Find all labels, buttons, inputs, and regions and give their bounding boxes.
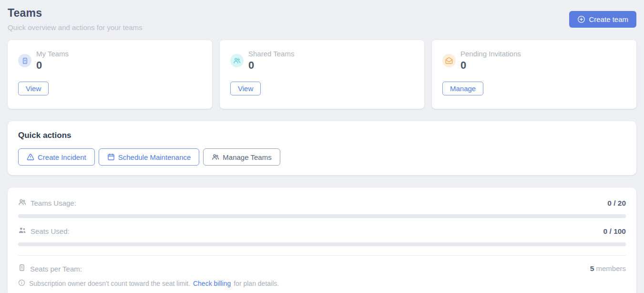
- stat-top: My Teams 0: [18, 50, 202, 72]
- pending-invitations-manage-button[interactable]: Manage: [442, 82, 483, 95]
- create-team-label: Create team: [589, 15, 628, 23]
- create-incident-label: Create Incident: [38, 153, 86, 161]
- shared-teams-view-button[interactable]: View: [230, 82, 261, 95]
- users-filled-icon: [18, 226, 26, 236]
- stat-value: 0: [248, 59, 294, 72]
- users-outline-icon: [18, 198, 26, 208]
- shared-teams-card: Shared Teams 0 View: [220, 40, 424, 109]
- note-text: Subscription owner doesn't count toward …: [29, 280, 279, 287]
- teams-page: Teams Quick overview and actions for you…: [0, 0, 644, 293]
- mail-open-icon: [442, 54, 456, 67]
- manage-teams-label: Manage Teams: [223, 153, 271, 161]
- users-icon: [230, 54, 244, 67]
- warning-triangle-icon: [27, 153, 34, 161]
- create-incident-button[interactable]: Create Incident: [18, 148, 95, 166]
- seats-used-row: Seats Used: 0 / 100: [18, 226, 626, 236]
- pending-invitations-card: Pending Invitations 0 Manage: [432, 40, 636, 109]
- seats-per-team-value-wrap: 5 members: [590, 264, 626, 273]
- check-billing-link[interactable]: Check billing: [193, 280, 231, 287]
- quick-actions-row: Create Incident Schedule Maintenance Man…: [18, 148, 626, 166]
- calendar-icon: [107, 153, 115, 161]
- my-teams-card: My Teams 0 View: [8, 40, 212, 109]
- seats-used-label: Seats Used:: [31, 227, 70, 235]
- quick-actions-panel: Quick actions Create Incident Schedule M…: [8, 121, 636, 175]
- note-main-text: Subscription owner doesn't count toward …: [29, 280, 190, 287]
- note-suffix-text: for plan details.: [234, 280, 279, 287]
- schedule-maintenance-button[interactable]: Schedule Maintenance: [99, 148, 200, 166]
- stat-top: Pending Invitations 0: [442, 50, 626, 72]
- stat-label: Pending Invitations: [460, 50, 521, 58]
- stat-top: Shared Teams 0: [230, 50, 414, 72]
- stats-cards-row: My Teams 0 View Shared Teams 0 View: [8, 40, 636, 109]
- seats-per-team-label: Seats per Team:: [30, 265, 82, 273]
- manage-teams-button[interactable]: Manage Teams: [203, 148, 280, 166]
- page-subtitle: Quick overview and actions for your team…: [8, 23, 143, 31]
- seat-limit-note: Subscription owner doesn't count toward …: [18, 279, 626, 288]
- create-team-button[interactable]: Create team: [569, 11, 636, 28]
- id-badge-icon: [18, 264, 26, 273]
- page-header: Teams Quick overview and actions for you…: [8, 7, 636, 31]
- seats-per-team-row: Seats per Team: 5 members: [18, 264, 626, 273]
- schedule-maintenance-label: Schedule Maintenance: [118, 153, 191, 161]
- teams-usage-label: Teams Usage:: [31, 199, 76, 207]
- seats-used-progress: [18, 242, 626, 246]
- usage-divider: [18, 255, 626, 256]
- stat-label: Shared Teams: [248, 50, 294, 58]
- page-title-block: Teams Quick overview and actions for you…: [8, 7, 143, 31]
- teams-usage-value: 0 / 20: [607, 199, 626, 208]
- id-badge-icon: [18, 54, 31, 67]
- info-circle-icon: [18, 279, 25, 288]
- quick-actions-heading: Quick actions: [18, 131, 626, 140]
- plus-circle-icon: [577, 15, 585, 23]
- seats-per-team-suffix: members: [594, 264, 626, 272]
- stat-value: 0: [460, 59, 521, 72]
- stat-label: My Teams: [36, 50, 69, 58]
- teams-usage-row: Teams Usage: 0 / 20: [18, 198, 626, 208]
- page-title: Teams: [8, 7, 143, 20]
- seats-used-value: 0 / 100: [603, 227, 626, 236]
- users-icon: [212, 153, 219, 161]
- stat-value: 0: [36, 59, 69, 72]
- teams-usage-progress: [18, 214, 626, 218]
- usage-panel: Teams Usage: 0 / 20 Seats Used: 0 / 100: [8, 188, 636, 293]
- my-teams-view-button[interactable]: View: [18, 82, 49, 95]
